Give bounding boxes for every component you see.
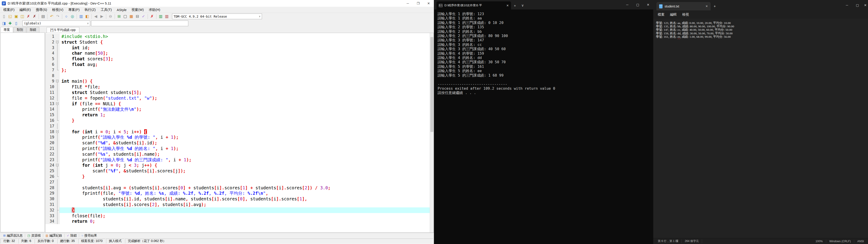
- code-line[interactable]: 9−int main() {: [45, 79, 430, 84]
- code-line[interactable]: 26 }: [45, 174, 430, 179]
- open-file-icon[interactable]: ◱: [7, 13, 13, 20]
- menu-item[interactable]: AStyle: [114, 7, 129, 12]
- code-line[interactable]: 33 fclose(file);: [45, 213, 430, 219]
- save-icon[interactable]: ▣: [13, 13, 19, 20]
- code-line[interactable]: 31 students[i].scores[2], students[i].av…: [45, 202, 430, 207]
- undo-icon[interactable]: ↶: [49, 13, 55, 20]
- menu-item[interactable]: 檢視(V): [50, 7, 66, 12]
- notepad-menu-item[interactable]: 編輯: [667, 11, 680, 18]
- compile-run-icon[interactable]: ▦: [128, 13, 134, 20]
- goto-line-icon[interactable]: ⊖: [107, 13, 114, 20]
- abort-icon[interactable]: ✗: [149, 13, 155, 20]
- code-line[interactable]: 30 students[i].id, students[i].name, stu…: [45, 196, 430, 202]
- new-tab-button[interactable]: +: [511, 1, 519, 9]
- fold-minus-box[interactable]: −: [56, 164, 59, 166]
- terminal-maximize-button[interactable]: ▢: [632, 0, 643, 9]
- compile-icon[interactable]: ⊞: [116, 13, 122, 20]
- code-line[interactable]: 16 }: [45, 118, 430, 123]
- code-line[interactable]: 22 scanf("%s", students[i].name);: [45, 151, 430, 157]
- add-watch-icon[interactable]: ✚: [7, 20, 13, 26]
- code-line[interactable]: 11 struct Student students[5];: [45, 90, 430, 95]
- compiler-select[interactable]: TDM-GCC 4.9.2 64-bit Release ∨: [172, 13, 262, 19]
- editor-tab[interactable]: [*] 5 平均成績.cpp: [46, 27, 79, 33]
- fold-minus-box[interactable]: −: [56, 80, 59, 82]
- code-line[interactable]: 10 FILE *file;: [45, 84, 430, 90]
- profile-icon[interactable]: ▥: [158, 13, 164, 20]
- notepad-maximize-button[interactable]: ▢: [852, 0, 863, 10]
- report-tab-4[interactable]: ✓除錯: [65, 233, 79, 238]
- project-tree-area[interactable]: [0, 33, 45, 232]
- menu-item[interactable]: 視窗(W): [129, 7, 146, 12]
- code-line[interactable]: 15 return 1;: [45, 112, 430, 118]
- insert-icon[interactable]: ◨: [1, 20, 7, 26]
- code-line[interactable]: 23 printf("請輸入學生 %d 的三門課成績: ", i + 1);: [45, 157, 430, 163]
- find-icon[interactable]: ○: [63, 13, 69, 20]
- code-line[interactable]: 34 return 0;: [45, 218, 430, 224]
- redo-icon[interactable]: ↷: [55, 13, 61, 20]
- notepad-close-button[interactable]: ✕: [863, 0, 868, 10]
- code-line[interactable]: 4 char name[50];: [45, 50, 430, 56]
- panel-tab-除錯[interactable]: 除錯: [27, 27, 39, 33]
- panel-tab-專案[interactable]: 專案: [0, 27, 13, 33]
- code-line[interactable]: 20 scanf("%d", &students[i].id);: [45, 140, 430, 146]
- print-icon[interactable]: ▤: [40, 13, 46, 20]
- terminal-tab-close-icon[interactable]: ✕: [506, 4, 509, 7]
- terminal-minimize-button[interactable]: ─: [622, 0, 632, 9]
- menu-item[interactable]: 編輯(E): [17, 7, 33, 12]
- globals-select[interactable]: (globals) ∨: [22, 21, 90, 26]
- menu-item[interactable]: 搜尋(S): [33, 7, 50, 12]
- fold-toggle-icon[interactable]: −: [55, 101, 59, 106]
- menu-item[interactable]: 檔案(F): [1, 7, 17, 12]
- code-line[interactable]: 32 }: [45, 207, 430, 213]
- rebuild-all-icon[interactable]: ⊟: [134, 13, 141, 20]
- code-line[interactable]: 27: [45, 179, 430, 185]
- code-line[interactable]: 7};: [45, 67, 430, 73]
- devcpp-minimize-button[interactable]: ─: [403, 0, 413, 7]
- code-editor[interactable]: 1#include <stdio.h>2−struct Student {3 i…: [45, 33, 434, 233]
- code-line[interactable]: 29 fprintf(file, "學號: %d, 姓名: %s, 成績: %.…: [45, 190, 430, 196]
- menu-item[interactable]: 工具(T): [98, 7, 114, 12]
- code-line[interactable]: 1#include <stdio.h>: [45, 34, 430, 39]
- notepad-tab-close-icon[interactable]: ✕: [706, 4, 708, 8]
- code-line[interactable]: 17: [45, 123, 430, 129]
- code-line[interactable]: 13− if (file == NULL) {: [45, 101, 430, 106]
- notepad-minimize-button[interactable]: ─: [842, 0, 852, 10]
- run-icon[interactable]: ▢: [122, 13, 128, 20]
- new-file-icon[interactable]: ▯: [1, 13, 7, 20]
- fold-toggle-icon[interactable]: −: [55, 39, 59, 45]
- delete-profile-icon[interactable]: ▥: [164, 13, 170, 20]
- notepad-text-area[interactable]: 學號: 123, 姓名: aa, 成績: 0.00, 10.00, 20.00,…: [653, 19, 868, 38]
- member-select[interactable]: [91, 21, 188, 26]
- terminal-close-button[interactable]: ✕: [643, 0, 653, 9]
- fold-minus-box[interactable]: −: [56, 41, 59, 43]
- code-line[interactable]: 28 students[i].avg = (students[i].scores…: [45, 185, 430, 191]
- code-line[interactable]: 8: [45, 73, 430, 79]
- code-line[interactable]: 6 float avg;: [45, 62, 430, 67]
- code-line[interactable]: 24− for (int j = 0; j < 3; j++) {: [45, 162, 430, 168]
- panel-tab-類別[interactable]: 類別: [13, 27, 26, 33]
- tab-dropdown-button[interactable]: ∨: [519, 1, 526, 9]
- code-line[interactable]: 18− for (int i = 0; i < 5; i++) {: [45, 129, 430, 135]
- notepad-new-tab-button[interactable]: +: [711, 2, 719, 10]
- fold-toggle-icon[interactable]: −: [55, 79, 59, 84]
- toggle-breakpoint-icon[interactable]: ▯: [13, 20, 19, 26]
- devcpp-maximize-button[interactable]: ❐: [413, 0, 423, 7]
- close-all-icon[interactable]: ✗: [31, 13, 37, 20]
- code-line[interactable]: 19 printf("請輸入學生 %d 的學號: ", i + 1);: [45, 134, 430, 140]
- notepad-menu-item[interactable]: 檢視: [680, 11, 692, 18]
- fold-toggle-icon[interactable]: −: [55, 129, 59, 135]
- code-line[interactable]: 25 scanf("%f", &students[i].scores[j]);: [45, 168, 430, 174]
- fold-toggle-icon[interactable]: −: [55, 162, 59, 168]
- swap-editor-icon[interactable]: ◧: [84, 13, 90, 20]
- syntax-check-icon[interactable]: ✓: [141, 13, 147, 20]
- devcpp-close-button[interactable]: ✕: [423, 0, 434, 7]
- split-view-icon[interactable]: ▥: [78, 13, 84, 20]
- replace-icon[interactable]: ◎: [69, 13, 75, 20]
- menu-item[interactable]: 執行(Z): [82, 7, 98, 12]
- notepad-tab[interactable]: student.txt ✕: [656, 2, 711, 10]
- fold-minus-box[interactable]: −: [56, 130, 59, 133]
- report-tab-5[interactable]: ○搜尋結果: [79, 233, 99, 238]
- terminal-output[interactable]: 請輸入學生 1 的學號: 123請輸入學生 1 的姓名: aa請輸入學生 1 的…: [434, 9, 653, 95]
- code-line[interactable]: 5 float scores[3];: [45, 56, 430, 62]
- terminal-tab[interactable]: C:\ D:\程序作業\第10次作業\5 平 ✕: [436, 1, 511, 9]
